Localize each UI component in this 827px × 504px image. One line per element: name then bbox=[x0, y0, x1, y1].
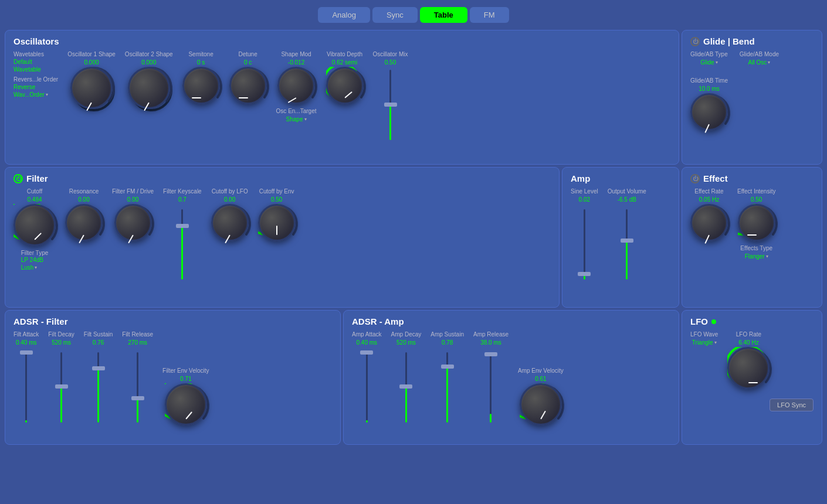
osc-mix-value: 0.50 bbox=[385, 59, 396, 66]
effect-intensity-knob[interactable] bbox=[738, 204, 775, 241]
shape-mod-knob-wrap[interactable] bbox=[277, 67, 315, 104]
filter-fm-drive-knob-wrap[interactable] bbox=[114, 204, 152, 241]
filter-type-value[interactable]: LP 24dB Lush ▾ bbox=[21, 257, 49, 271]
cutoff-lfo-knob[interactable] bbox=[211, 204, 249, 241]
osc-mix-handle[interactable] bbox=[384, 103, 397, 107]
lfo-rate-knob-wrap[interactable] bbox=[727, 347, 770, 389]
glide-time-knob[interactable] bbox=[690, 93, 728, 131]
semitone-knob[interactable] bbox=[182, 67, 220, 104]
amp-sustain-slider-wrap[interactable] bbox=[440, 349, 455, 425]
glide-ab-mode-value[interactable]: All Osc ▾ bbox=[748, 59, 771, 66]
lfo-rate-knob[interactable] bbox=[727, 347, 770, 389]
amp-env-vel-knob-wrap[interactable] bbox=[520, 383, 562, 425]
filt-attack-slider-wrap[interactable] bbox=[19, 349, 33, 425]
effect-rate-knob-wrap[interactable] bbox=[690, 204, 728, 241]
glide-power-icon[interactable]: ⏻ bbox=[690, 37, 700, 46]
amp-release-slider-wrap[interactable] bbox=[484, 349, 498, 425]
filt-release-handle[interactable] bbox=[131, 396, 144, 400]
filter-keyscale-slider-wrap[interactable] bbox=[175, 206, 189, 282]
cutoff-env-knob-wrap[interactable] bbox=[258, 204, 296, 241]
osc1-shape-group: Oscillator 1 Shape 0.000 bbox=[67, 51, 116, 109]
tab-fm[interactable]: FM bbox=[470, 7, 509, 23]
glide-ab-type-value[interactable]: Glide ▾ bbox=[700, 59, 717, 66]
reverse-value[interactable]: Reverse bbox=[13, 84, 35, 90]
lfo-sync-wrap: LFO Sync bbox=[690, 399, 814, 411]
adsr-amp-controls: Amp Attack 0.40 ms Amp Decay 520 ms bbox=[352, 331, 670, 425]
filt-sustain-slider-wrap[interactable] bbox=[91, 349, 106, 425]
osc1-shape-knob[interactable] bbox=[70, 67, 113, 109]
effect-intensity-knob-wrap[interactable] bbox=[738, 204, 775, 241]
amp-decay-handle[interactable] bbox=[399, 384, 412, 389]
tab-analog[interactable]: Analog bbox=[318, 7, 370, 23]
effect-intensity-label: Effect Intensity bbox=[737, 188, 775, 195]
amp-release-handle[interactable] bbox=[484, 352, 497, 356]
amp-release-group: Amp Release 38.0 ms bbox=[473, 331, 509, 425]
oscillators-knobs-row: Wavetables Default Wavetable Revers...le… bbox=[13, 51, 670, 143]
vibrato-depth-label: Vibrato Depth bbox=[327, 51, 362, 58]
filter-power-icon[interactable]: ⏻ bbox=[13, 174, 23, 183]
filt-decay-handle[interactable] bbox=[55, 384, 68, 389]
tab-sync[interactable]: Sync bbox=[372, 7, 418, 23]
glide-ab-time-value: 10.0 ms bbox=[699, 86, 720, 92]
detune-knob[interactable] bbox=[229, 67, 267, 104]
wavetables-value1[interactable]: Default bbox=[13, 59, 58, 65]
lfo-sync-button[interactable]: LFO Sync bbox=[770, 399, 814, 411]
amp-sustain-group: Amp Sustain 0.78 bbox=[431, 331, 464, 425]
vibrato-depth-knob[interactable] bbox=[326, 67, 364, 104]
wavetables-label: Wavetables bbox=[13, 51, 58, 57]
osc-mix-group: Oscillator Mix 0.50 bbox=[373, 51, 408, 143]
output-volume-slider-wrap[interactable] bbox=[620, 206, 634, 282]
sine-level-slider-wrap[interactable] bbox=[577, 206, 591, 282]
filter-section: ⏻ Filter Cutoff 0.484 bbox=[5, 167, 560, 308]
vibrato-depth-knob-wrap[interactable] bbox=[326, 67, 364, 104]
lfo-rate-value: 6.40 Hz bbox=[738, 339, 758, 346]
resonance-knob[interactable] bbox=[65, 204, 103, 241]
detune-value: 0 c bbox=[244, 59, 252, 66]
cutoff-knob[interactable] bbox=[13, 204, 56, 246]
effect-power-icon[interactable]: ⏻ bbox=[690, 174, 700, 183]
glide-time-knob-wrap[interactable] bbox=[690, 93, 728, 131]
osc2-shape-knob[interactable] bbox=[128, 67, 170, 109]
amp-attack-handle[interactable] bbox=[360, 350, 373, 355]
output-volume-handle[interactable] bbox=[621, 239, 633, 243]
filt-attack-value: 0.40 ms bbox=[16, 339, 37, 346]
wav-order-value[interactable]: Wav...Order bbox=[13, 91, 45, 98]
filter-fm-drive-knob[interactable] bbox=[114, 204, 152, 241]
osc-en-target-value[interactable]: Shape ▾ bbox=[286, 116, 307, 122]
amp-decay-slider-wrap[interactable] bbox=[399, 349, 413, 425]
tab-table[interactable]: Table bbox=[420, 7, 467, 23]
adsr-amp-title-text: ADSR - Amp bbox=[352, 316, 404, 326]
amp-sustain-handle[interactable] bbox=[441, 365, 454, 369]
filt-sustain-handle[interactable] bbox=[92, 366, 105, 370]
osc-mix-slider-wrap[interactable] bbox=[384, 67, 398, 143]
filter-env-vel-knob[interactable] bbox=[165, 383, 207, 425]
filt-decay-slider-wrap[interactable] bbox=[55, 349, 69, 425]
filt-attack-handle[interactable] bbox=[20, 350, 33, 355]
wavetables-value2[interactable]: Wavetable bbox=[13, 66, 58, 73]
effects-type-value[interactable]: Flanger ▾ bbox=[745, 253, 768, 260]
osc2-shape-value: 0.000 bbox=[141, 59, 156, 66]
lfo-wave-value[interactable]: Triangle ▾ bbox=[692, 339, 717, 346]
resonance-knob-wrap[interactable] bbox=[65, 204, 103, 241]
osc1-shape-knob-wrap[interactable] bbox=[70, 67, 113, 109]
vibrato-depth-group: Vibrato Depth 0.62 semi bbox=[326, 51, 364, 104]
adsr-filter-section: ADSR - Filter Filt Attack 0.40 ms bbox=[5, 310, 341, 445]
amp-env-vel-knob[interactable] bbox=[520, 383, 562, 425]
filt-release-slider-wrap[interactable] bbox=[131, 349, 145, 425]
effect-title-text: Effect bbox=[703, 173, 728, 183]
osc2-shape-knob-wrap[interactable] bbox=[128, 67, 170, 109]
semitone-knob-wrap[interactable] bbox=[182, 67, 220, 104]
cutoff-env-knob[interactable] bbox=[258, 204, 296, 241]
detune-knob-wrap[interactable] bbox=[229, 67, 267, 104]
filter-keyscale-handle[interactable] bbox=[176, 224, 189, 228]
filter-env-vel-knob-wrap[interactable] bbox=[165, 383, 207, 425]
cutoff-knob-wrap[interactable] bbox=[13, 204, 56, 246]
effect-rate-knob[interactable] bbox=[690, 204, 728, 241]
cutoff-lfo-knob-wrap[interactable] bbox=[211, 204, 249, 241]
shape-mod-knob[interactable] bbox=[277, 67, 315, 104]
amp-attack-slider-wrap[interactable] bbox=[360, 349, 374, 425]
sine-level-handle[interactable] bbox=[578, 272, 591, 276]
resonance-group: Resonance 0.00 bbox=[65, 188, 103, 241]
osc2-shape-group: Oscillator 2 Shape 0.000 bbox=[125, 51, 173, 109]
effect-rate-label: Effect Rate bbox=[694, 188, 723, 195]
